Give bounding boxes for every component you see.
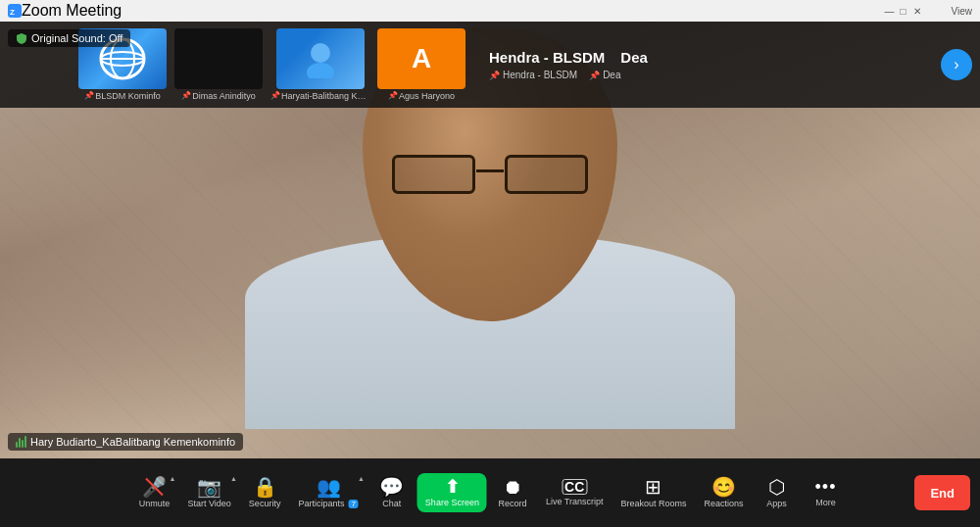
audio-bars	[16, 436, 26, 448]
reactions-label: Reactions	[704, 499, 743, 508]
security-button[interactable]: 🔒 Security	[241, 473, 289, 512]
participants-bar: 📌 BLSDM Kominfo 📌 Dimas Anindityo	[0, 22, 980, 108]
participant-blsdm-name: BLSDM Kominfo	[95, 91, 161, 101]
main-video: 📌 BLSDM Kominfo 📌 Dimas Anindityo	[0, 22, 980, 458]
dea-sublabel: Dea	[603, 70, 620, 80]
record-button[interactable]: ⏺ Record	[489, 473, 536, 512]
maximize-button[interactable]: □	[897, 4, 910, 18]
close-button[interactable]: ✕	[910, 4, 924, 18]
participant-dimas-name: Dimas Anindityo	[192, 91, 256, 101]
title-text: Zoom Meeting	[22, 2, 122, 20]
reactions-button[interactable]: 😊 Reactions	[696, 473, 751, 512]
toolbar: 🎤 Unmute ▲ 📷 Start Video ▲ 🔒 Security 👥 …	[0, 458, 980, 527]
participants-icon: 👥	[317, 477, 341, 497]
cc-icon: CC	[562, 479, 587, 495]
end-button[interactable]: End	[914, 475, 970, 510]
sound-text: Original Sound: Off	[31, 32, 122, 44]
participants-chevron: ▲	[358, 475, 365, 482]
chat-button[interactable]: 💬 Chat	[368, 473, 416, 512]
sound-indicator[interactable]: Original Sound: Off	[8, 29, 130, 47]
breakout-rooms-button[interactable]: ⊞ Breakout Rooms	[612, 473, 694, 512]
participants-button[interactable]: 👥 Participants 7	[290, 473, 366, 512]
glasses	[392, 155, 588, 204]
unmute-chevron: ▲	[170, 475, 176, 482]
apps-icon: ⬡	[768, 477, 785, 497]
pin-icon-dimas: 📌	[181, 91, 191, 100]
security-icon: 🔒	[253, 477, 277, 497]
apps-label: Apps	[766, 499, 787, 508]
security-label: Security	[249, 499, 281, 508]
participants-badge: 7	[348, 500, 358, 508]
participants-wrapper: 👥 Participants 7 ▲	[290, 473, 366, 512]
toolbar-right: End	[914, 475, 970, 510]
dea-label: Dea	[620, 49, 648, 66]
share-screen-icon: ⬆	[445, 478, 460, 496]
chat-label: Chat	[382, 499, 401, 508]
pin-icon-agus: 📌	[388, 91, 398, 100]
titlebar: Z Zoom Meeting — □ ✕ View	[0, 0, 980, 22]
speaker-label: Hary Budiarto_KaBalitbang Kemenkominfo	[8, 433, 243, 451]
start-video-label: Start Video	[187, 499, 230, 508]
camera-icon: 📷	[197, 477, 221, 497]
hendra-sublabel: Hendra - BLSDM	[503, 70, 577, 80]
breakout-icon: ⊞	[645, 477, 662, 497]
participants-label: Participants 7	[298, 499, 358, 508]
speaker-name: Hary Budiarto_KaBalitbang Kemenkominfo	[30, 436, 235, 448]
start-video-wrapper: 📷 Start Video ▲	[179, 473, 238, 512]
microphone-icon: 🎤	[142, 477, 167, 497]
svg-point-7	[307, 63, 334, 78]
breakout-rooms-label: Breakout Rooms	[620, 499, 686, 508]
more-icon: •••	[815, 478, 837, 496]
unmute-label: Unmute	[139, 499, 171, 508]
share-screen-label: Share Screen	[425, 498, 479, 507]
more-label: More	[815, 498, 836, 507]
record-label: Record	[498, 499, 526, 508]
live-transcript-label: Live Transcript	[546, 497, 604, 506]
chat-icon: 💬	[379, 477, 404, 497]
minimize-button[interactable]: —	[883, 4, 897, 18]
shield-icon	[16, 32, 27, 44]
video-background: 📌 BLSDM Kominfo 📌 Dimas Anindityo	[0, 22, 980, 458]
participant-agus-name: Agus Haryono	[399, 91, 455, 101]
participant-haryati[interactable]: 📌 Haryati-Balitbang Kom...	[270, 28, 369, 101]
toolbar-center: 🎤 Unmute ▲ 📷 Start Video ▲ 🔒 Security 👥 …	[130, 473, 849, 512]
more-button[interactable]: ••• More	[803, 473, 850, 512]
share-screen-button[interactable]: ⬆ Share Screen	[417, 473, 487, 512]
agus-avatar-letter: A	[412, 43, 431, 74]
video-chevron: ▲	[230, 475, 237, 482]
live-transcript-button[interactable]: CC Live Transcript	[538, 473, 612, 512]
unmute-wrapper: 🎤 Unmute ▲	[130, 473, 177, 512]
svg-text:Z: Z	[10, 8, 15, 17]
pin-icon: 📌	[84, 91, 94, 100]
reactions-icon: 😊	[711, 477, 736, 497]
scroll-right-button[interactable]: ›	[941, 49, 972, 80]
pin-icon-haryati: 📌	[270, 91, 280, 100]
zoom-icon: Z	[8, 4, 22, 18]
participant-agus[interactable]: A 📌 Agus Haryono	[377, 28, 466, 101]
apps-button[interactable]: ⬡ Apps	[754, 473, 801, 512]
participant-haryati-name: Haryati-Balitbang Kom...	[281, 91, 369, 101]
svg-point-6	[311, 43, 330, 63]
view-button[interactable]: View	[952, 6, 973, 17]
record-icon: ⏺	[503, 477, 522, 497]
hendra-label: Hendra - BLSDM	[489, 49, 605, 66]
participant-dimas[interactable]: 📌 Dimas Anindityo	[174, 28, 263, 101]
